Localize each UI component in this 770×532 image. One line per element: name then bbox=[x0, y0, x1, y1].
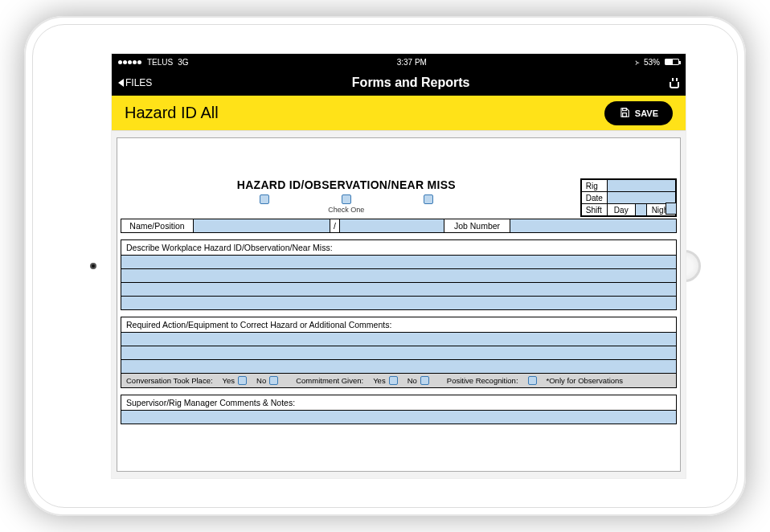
name-position-label: Name/Position bbox=[121, 219, 194, 233]
svg-rect-0 bbox=[623, 108, 627, 110]
conv-yes-label: Yes bbox=[223, 376, 236, 385]
commit-no-checkbox[interactable] bbox=[420, 376, 429, 385]
clock: 3:37 PM bbox=[397, 58, 427, 67]
form-canvas[interactable]: Rig Date ShiftDayNight HAZARD ID/OBSERVA… bbox=[112, 131, 686, 478]
bluetooth-icon: ᚛ bbox=[635, 58, 639, 67]
supervisor-line[interactable] bbox=[121, 410, 676, 424]
positive-label: Positive Recognition: bbox=[447, 376, 518, 385]
nav-bar: FILES Forms and Reports bbox=[112, 70, 686, 96]
back-label: FILES bbox=[125, 77, 152, 88]
day-label: Day bbox=[607, 204, 635, 216]
describe-line[interactable] bbox=[121, 296, 676, 309]
observation-checkbox[interactable] bbox=[342, 194, 351, 204]
conv-yes-checkbox[interactable] bbox=[238, 376, 247, 385]
screen: TELUS 3G 3:37 PM ᚛ 53% FILES Forms and R… bbox=[111, 53, 686, 479]
nav-title: Forms and Reports bbox=[152, 76, 670, 90]
hazard-id-checkbox[interactable] bbox=[260, 194, 269, 204]
action-line[interactable] bbox=[121, 346, 676, 359]
commit-yes-label: Yes bbox=[373, 376, 386, 385]
date-label: Date bbox=[581, 192, 607, 204]
back-button[interactable]: FILES bbox=[118, 77, 152, 88]
carrier-label: TELUS bbox=[147, 58, 173, 67]
describe-line[interactable] bbox=[121, 268, 676, 282]
position-field[interactable] bbox=[340, 219, 444, 233]
chevron-left-icon bbox=[118, 79, 124, 87]
commit-no-label: No bbox=[408, 376, 417, 385]
rig-label: Rig bbox=[581, 180, 607, 192]
sync-icon[interactable] bbox=[670, 78, 679, 88]
near-miss-checkbox[interactable] bbox=[424, 194, 433, 204]
shift-label: Shift bbox=[581, 204, 607, 216]
name-field[interactable] bbox=[194, 219, 330, 233]
night-checkbox[interactable] bbox=[666, 203, 677, 215]
only-obs-label: *Only for Observations bbox=[547, 376, 624, 385]
ipad-frame: TELUS 3G 3:37 PM ᚛ 53% FILES Forms and R… bbox=[24, 16, 746, 516]
conversation-footer: Conversation Took Place: Yes No Commitme… bbox=[121, 373, 676, 387]
supervisor-section: Supervisor/Rig Manager Comments & Notes: bbox=[121, 395, 677, 424]
conv-no-label: No bbox=[256, 376, 266, 385]
save-label: SAVE bbox=[635, 108, 658, 118]
page-title: Hazard ID All bbox=[125, 104, 219, 122]
describe-line[interactable] bbox=[121, 255, 676, 268]
job-number-label: Job Number bbox=[444, 219, 510, 233]
describe-section: Describe Workplace Hazard ID/Observation… bbox=[121, 239, 677, 310]
conv-no-checkbox[interactable] bbox=[269, 376, 278, 385]
describe-header: Describe Workplace Hazard ID/Observation… bbox=[121, 240, 676, 255]
rig-date-shift-box: Rig Date ShiftDayNight bbox=[580, 178, 677, 217]
job-number-field[interactable] bbox=[510, 219, 677, 233]
save-button[interactable]: SAVE bbox=[604, 101, 673, 125]
floppy-icon bbox=[619, 107, 630, 120]
battery-percent: 53% bbox=[644, 58, 660, 67]
page-header: Hazard ID All SAVE bbox=[112, 96, 686, 131]
slash-divider: / bbox=[330, 219, 340, 233]
action-line[interactable] bbox=[121, 332, 676, 346]
action-header: Required Action/Equipment to Correct Haz… bbox=[121, 317, 676, 332]
describe-line[interactable] bbox=[121, 282, 676, 296]
conversation-label: Conversation Took Place: bbox=[126, 376, 213, 385]
rig-field[interactable] bbox=[607, 180, 675, 192]
commit-yes-checkbox[interactable] bbox=[389, 376, 398, 385]
signal-strength-icon bbox=[118, 58, 142, 67]
status-bar: TELUS 3G 3:37 PM ᚛ 53% bbox=[112, 54, 686, 70]
action-section: Required Action/Equipment to Correct Haz… bbox=[121, 317, 677, 388]
front-camera bbox=[90, 263, 96, 269]
day-checkbox[interactable] bbox=[635, 204, 646, 216]
positive-checkbox[interactable] bbox=[528, 376, 537, 385]
commitment-label: Commitment Given: bbox=[296, 376, 363, 385]
network-label: 3G bbox=[178, 58, 188, 67]
name-job-row: Name/Position / Job Number bbox=[121, 219, 677, 233]
form-sheet: Rig Date ShiftDayNight HAZARD ID/OBSERVA… bbox=[117, 137, 681, 472]
action-line[interactable] bbox=[121, 359, 676, 373]
supervisor-header: Supervisor/Rig Manager Comments & Notes: bbox=[121, 395, 676, 410]
svg-rect-1 bbox=[623, 113, 627, 117]
battery-icon bbox=[665, 59, 679, 65]
